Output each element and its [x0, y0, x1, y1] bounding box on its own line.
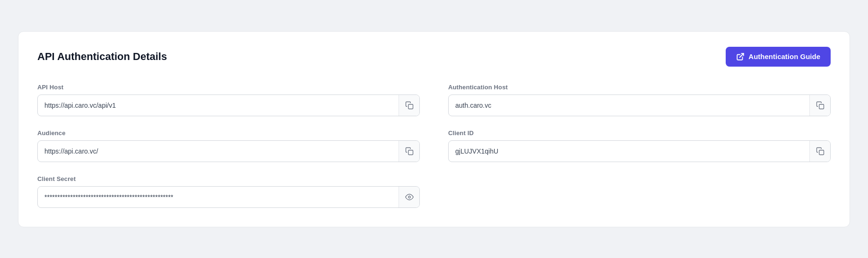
svg-rect-4	[819, 150, 824, 155]
audience-input[interactable]	[38, 142, 399, 161]
copy-icon	[816, 147, 825, 155]
svg-line-0	[740, 53, 744, 57]
svg-rect-1	[408, 104, 413, 109]
auth-host-label: Authentication Host	[448, 84, 831, 91]
client-secret-input-wrapper	[37, 186, 420, 208]
client-secret-group: Client Secret	[37, 175, 420, 208]
api-host-group: API Host	[37, 84, 420, 116]
api-host-input-wrapper	[37, 95, 420, 116]
client-id-copy-button[interactable]	[809, 141, 830, 162]
fields-grid: API Host Authentication Host	[37, 84, 831, 208]
auth-host-group: Authentication Host	[448, 84, 831, 116]
client-id-label: Client ID	[448, 129, 831, 137]
auth-guide-button[interactable]: Authentication Guide	[726, 47, 831, 67]
api-host-input[interactable]	[38, 96, 399, 115]
svg-rect-3	[408, 150, 413, 155]
audience-input-wrapper	[37, 140, 420, 162]
api-host-label: API Host	[37, 84, 420, 91]
card-title: API Authentication Details	[37, 51, 167, 63]
client-secret-input[interactable]	[38, 188, 399, 206]
audience-label: Audience	[37, 129, 420, 137]
client-secret-label: Client Secret	[37, 175, 420, 182]
client-id-input[interactable]	[449, 142, 809, 161]
auth-host-copy-button[interactable]	[809, 95, 830, 116]
copy-icon	[405, 101, 414, 110]
auth-host-input-wrapper	[448, 95, 831, 116]
audience-copy-button[interactable]	[399, 141, 419, 162]
client-id-group: Client ID	[448, 129, 831, 162]
eye-icon	[405, 193, 414, 201]
copy-icon	[816, 101, 825, 110]
auth-host-input[interactable]	[449, 96, 809, 115]
svg-point-5	[408, 196, 410, 198]
external-link-icon	[736, 52, 745, 61]
audience-group: Audience	[37, 129, 420, 162]
api-host-copy-button[interactable]	[399, 95, 419, 116]
svg-rect-2	[819, 104, 824, 109]
card-header: API Authentication Details Authenticatio…	[37, 47, 831, 67]
api-auth-details-card: API Authentication Details Authenticatio…	[18, 31, 850, 227]
copy-icon	[405, 147, 414, 155]
client-id-input-wrapper	[448, 140, 831, 162]
client-secret-toggle-button[interactable]	[399, 187, 419, 207]
auth-guide-label: Authentication Guide	[748, 52, 820, 60]
